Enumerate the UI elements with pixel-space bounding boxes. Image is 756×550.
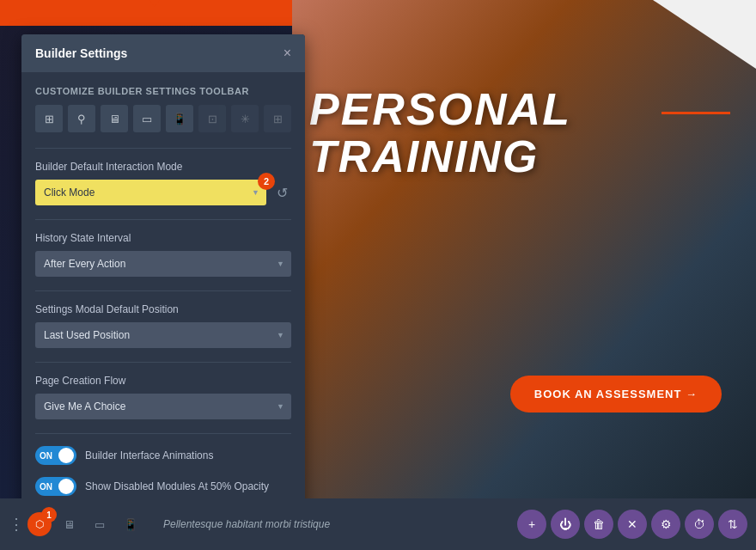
bottom-close-button[interactable]: ✕ [618, 510, 647, 539]
modal-position-select-wrapper: Last Used Position Centered Top Left [35, 322, 291, 348]
toolbar-icon-search[interactable]: ⚲ [68, 105, 95, 132]
hero-background: PERSONAL TRAINING BOOK AN ASSESSMENT → [292, 0, 756, 498]
drag-handle-icon[interactable]: ⋮ [9, 515, 24, 534]
interaction-mode-select-wrapper: Click Mode Hover Mode 2 [35, 180, 266, 205]
interaction-mode-badge: 2 [258, 173, 275, 190]
opacity-section: ON Show Disabled Modules At 50% Opacity [35, 477, 291, 496]
interaction-mode-label: Builder Default Interaction Mode [35, 161, 291, 173]
bottom-tablet-icon[interactable]: ▭ [86, 510, 113, 538]
interaction-mode-reset-button[interactable]: ↺ [273, 181, 291, 205]
bottom-adjust-button[interactable]: ⇅ [718, 510, 747, 539]
page-creation-section: Page Creation Flow Give Me A Choice Use … [35, 375, 291, 419]
history-state-section: History State Interval After Every Actio… [35, 232, 291, 277]
divider4 [35, 362, 291, 363]
panel-body: Customize Builder Settings Toolbar ⊞ ⚲ 🖥… [21, 72, 305, 522]
interaction-mode-section: Builder Default Interaction Mode Click M… [35, 161, 291, 205]
animations-toggle-knob [58, 448, 74, 463]
panel-close-button[interactable]: × [284, 46, 291, 60]
bottom-add-button[interactable]: + [517, 510, 546, 539]
divider3 [35, 290, 291, 291]
toolbar-section-label: Customize Builder Settings Toolbar [35, 86, 291, 96]
toolbar-icon-desktop[interactable]: 🖥 [101, 105, 128, 132]
hero-text: PERSONAL TRAINING [309, 86, 571, 180]
bottom-desktop-icon[interactable]: 🖥 [55, 510, 82, 538]
bottom-badge-dot: 1 [41, 507, 57, 522]
bottom-toolbar: ⋮ ⬡ 1 🖥 ▭ 📱 Pellentesque habitant morbi … [0, 498, 756, 550]
divider1 [35, 148, 291, 149]
bottom-settings-button[interactable]: ⚙ [651, 510, 680, 539]
toolbar-icon-mobile[interactable]: 📱 [166, 105, 193, 132]
hero-triangle [653, 0, 756, 69]
divider2 [35, 219, 291, 220]
interaction-mode-select[interactable]: Click Mode Hover Mode [35, 180, 266, 205]
animations-toggle[interactable]: ON [35, 446, 76, 465]
opacity-toggle[interactable]: ON [35, 477, 76, 496]
animations-toggle-label: ON [40, 451, 52, 461]
modal-position-label: Settings Modal Default Position [35, 303, 291, 315]
page-creation-select[interactable]: Give Me A Choice Use Divi Builder Use Cl… [35, 394, 291, 419]
modal-position-select[interactable]: Last Used Position Centered Top Left [35, 322, 291, 348]
builder-settings-panel: Builder Settings × Customize Builder Set… [21, 34, 305, 522]
badge-arrow-tooltip [146, 0, 163, 7]
history-state-label: History State Interval [35, 232, 291, 244]
animations-label: Builder Interface Animations [85, 449, 213, 461]
bottom-clock-button[interactable]: ⏱ [685, 510, 714, 539]
panel-header: Builder Settings × [21, 34, 305, 72]
opacity-toggle-label: ON [40, 482, 52, 492]
book-assessment-button[interactable]: BOOK AN ASSESSMENT → [510, 376, 722, 412]
bottom-left-controls: ⋮ ⬡ 1 🖥 ▭ 📱 [9, 510, 144, 538]
bottom-mobile-icon[interactable]: 📱 [117, 510, 144, 538]
animations-section: ON Builder Interface Animations [35, 446, 291, 465]
history-state-select-wrapper: After Every Action Every 5 Actions Every… [35, 251, 291, 277]
bottom-text: Pellentesque habitant morbi tristique [155, 518, 512, 530]
modal-position-section: Settings Modal Default Position Last Use… [35, 303, 291, 348]
page-creation-select-wrapper: Give Me A Choice Use Divi Builder Use Cl… [35, 394, 291, 419]
panel-title: Builder Settings [35, 46, 127, 60]
bottom-power-button[interactable]: ⏻ [551, 510, 580, 539]
toolbar-icon-disabled2[interactable]: ✳ [231, 105, 259, 132]
toolbar-section: Customize Builder Settings Toolbar ⊞ ⚲ 🖥… [35, 86, 291, 132]
toolbar-icon-tablet[interactable]: ▭ [133, 105, 161, 132]
page-creation-label: Page Creation Flow [35, 375, 291, 387]
badge-wrapper: ⬡ 1 [27, 512, 52, 536]
hero-accent-line [662, 112, 730, 114]
toolbar-icon-disabled1[interactable]: ⊡ [198, 105, 226, 132]
opacity-toggle-knob [58, 479, 74, 494]
history-state-select[interactable]: After Every Action Every 5 Actions Every… [35, 251, 291, 277]
bottom-action-icons: + ⏻ 🗑 ✕ ⚙ ⏱ ⇅ [517, 510, 747, 539]
interaction-mode-row: Click Mode Hover Mode 2 ↺ [35, 180, 291, 205]
toolbar-icon-grid2[interactable]: ⊞ [264, 105, 291, 132]
toolbar-icon-grid[interactable]: ⊞ [35, 105, 63, 132]
bottom-trash-button[interactable]: 🗑 [584, 510, 613, 539]
opacity-label: Show Disabled Modules At 50% Opacity [85, 480, 269, 492]
divider5 [35, 433, 291, 434]
hero-area: PERSONAL TRAINING BOOK AN ASSESSMENT → [292, 0, 756, 498]
toolbar-icons-row: ⊞ ⚲ 🖥 ▭ 📱 ⊡ ✳ ⊞ [35, 105, 291, 132]
